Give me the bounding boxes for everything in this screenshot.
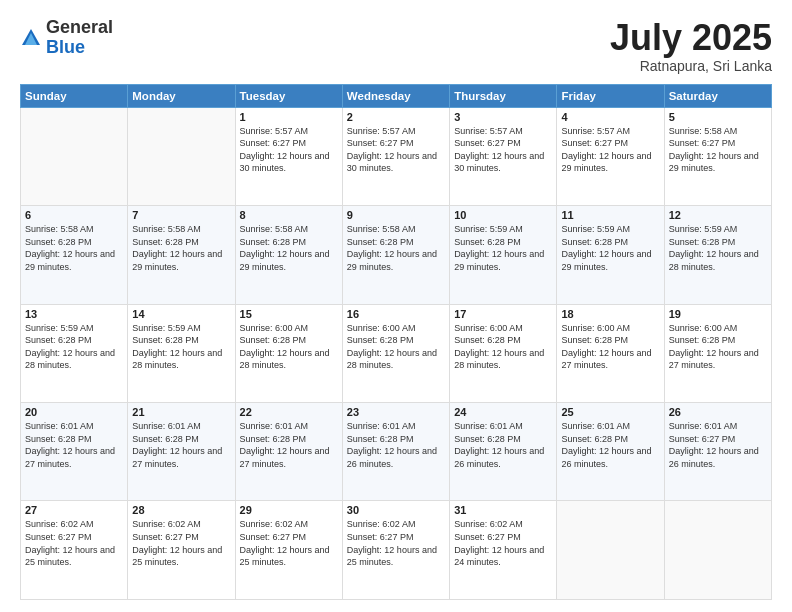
calendar-cell: 30Sunrise: 6:02 AM Sunset: 6:27 PM Dayli… [342,501,449,600]
title-block: July 2025 Ratnapura, Sri Lanka [610,18,772,74]
calendar-cell: 5Sunrise: 5:58 AM Sunset: 6:27 PM Daylig… [664,107,771,205]
day-info: Sunrise: 5:57 AM Sunset: 6:27 PM Dayligh… [454,125,552,175]
day-info: Sunrise: 6:01 AM Sunset: 6:28 PM Dayligh… [25,420,123,470]
day-number: 7 [132,209,230,221]
day-info: Sunrise: 5:58 AM Sunset: 6:27 PM Dayligh… [669,125,767,175]
calendar: SundayMondayTuesdayWednesdayThursdayFrid… [20,84,772,600]
calendar-cell: 26Sunrise: 6:01 AM Sunset: 6:27 PM Dayli… [664,403,771,501]
day-number: 19 [669,308,767,320]
calendar-cell: 11Sunrise: 5:59 AM Sunset: 6:28 PM Dayli… [557,206,664,304]
logo-text: General Blue [46,18,113,58]
calendar-cell: 13Sunrise: 5:59 AM Sunset: 6:28 PM Dayli… [21,304,128,402]
day-number: 28 [132,504,230,516]
day-info: Sunrise: 6:00 AM Sunset: 6:28 PM Dayligh… [669,322,767,372]
day-info: Sunrise: 6:00 AM Sunset: 6:28 PM Dayligh… [347,322,445,372]
day-info: Sunrise: 5:59 AM Sunset: 6:28 PM Dayligh… [132,322,230,372]
day-info: Sunrise: 6:02 AM Sunset: 6:27 PM Dayligh… [240,518,338,568]
day-number: 24 [454,406,552,418]
day-number: 10 [454,209,552,221]
calendar-cell: 14Sunrise: 5:59 AM Sunset: 6:28 PM Dayli… [128,304,235,402]
day-info: Sunrise: 6:00 AM Sunset: 6:28 PM Dayligh… [561,322,659,372]
calendar-day-header: Thursday [450,84,557,107]
calendar-cell: 7Sunrise: 5:58 AM Sunset: 6:28 PM Daylig… [128,206,235,304]
day-info: Sunrise: 6:02 AM Sunset: 6:27 PM Dayligh… [454,518,552,568]
day-number: 27 [25,504,123,516]
day-number: 11 [561,209,659,221]
day-number: 25 [561,406,659,418]
calendar-cell: 16Sunrise: 6:00 AM Sunset: 6:28 PM Dayli… [342,304,449,402]
calendar-week-row: 27Sunrise: 6:02 AM Sunset: 6:27 PM Dayli… [21,501,772,600]
day-info: Sunrise: 6:00 AM Sunset: 6:28 PM Dayligh… [240,322,338,372]
calendar-cell: 8Sunrise: 5:58 AM Sunset: 6:28 PM Daylig… [235,206,342,304]
day-number: 16 [347,308,445,320]
day-number: 12 [669,209,767,221]
calendar-cell: 23Sunrise: 6:01 AM Sunset: 6:28 PM Dayli… [342,403,449,501]
calendar-cell [664,501,771,600]
calendar-header-row: SundayMondayTuesdayWednesdayThursdayFrid… [21,84,772,107]
calendar-day-header: Monday [128,84,235,107]
day-info: Sunrise: 6:01 AM Sunset: 6:28 PM Dayligh… [561,420,659,470]
day-number: 26 [669,406,767,418]
day-info: Sunrise: 5:58 AM Sunset: 6:28 PM Dayligh… [240,223,338,273]
header: General Blue July 2025 Ratnapura, Sri La… [20,18,772,74]
day-number: 8 [240,209,338,221]
calendar-cell: 31Sunrise: 6:02 AM Sunset: 6:27 PM Dayli… [450,501,557,600]
calendar-cell: 21Sunrise: 6:01 AM Sunset: 6:28 PM Dayli… [128,403,235,501]
calendar-cell: 9Sunrise: 5:58 AM Sunset: 6:28 PM Daylig… [342,206,449,304]
day-info: Sunrise: 6:02 AM Sunset: 6:27 PM Dayligh… [132,518,230,568]
calendar-cell: 17Sunrise: 6:00 AM Sunset: 6:28 PM Dayli… [450,304,557,402]
calendar-cell: 4Sunrise: 5:57 AM Sunset: 6:27 PM Daylig… [557,107,664,205]
day-info: Sunrise: 5:59 AM Sunset: 6:28 PM Dayligh… [669,223,767,273]
day-number: 14 [132,308,230,320]
day-number: 2 [347,111,445,123]
calendar-cell: 3Sunrise: 5:57 AM Sunset: 6:27 PM Daylig… [450,107,557,205]
day-number: 23 [347,406,445,418]
logo: General Blue [20,18,113,58]
logo-general: General [46,18,113,38]
calendar-week-row: 1Sunrise: 5:57 AM Sunset: 6:27 PM Daylig… [21,107,772,205]
day-info: Sunrise: 5:58 AM Sunset: 6:28 PM Dayligh… [25,223,123,273]
calendar-cell: 27Sunrise: 6:02 AM Sunset: 6:27 PM Dayli… [21,501,128,600]
calendar-cell: 1Sunrise: 5:57 AM Sunset: 6:27 PM Daylig… [235,107,342,205]
calendar-cell [21,107,128,205]
calendar-cell [557,501,664,600]
location-subtitle: Ratnapura, Sri Lanka [610,58,772,74]
logo-icon [20,27,42,49]
day-info: Sunrise: 6:01 AM Sunset: 6:28 PM Dayligh… [240,420,338,470]
day-info: Sunrise: 6:01 AM Sunset: 6:28 PM Dayligh… [347,420,445,470]
day-number: 15 [240,308,338,320]
calendar-cell: 12Sunrise: 5:59 AM Sunset: 6:28 PM Dayli… [664,206,771,304]
calendar-cell: 25Sunrise: 6:01 AM Sunset: 6:28 PM Dayli… [557,403,664,501]
day-info: Sunrise: 6:02 AM Sunset: 6:27 PM Dayligh… [25,518,123,568]
day-info: Sunrise: 5:58 AM Sunset: 6:28 PM Dayligh… [132,223,230,273]
calendar-week-row: 20Sunrise: 6:01 AM Sunset: 6:28 PM Dayli… [21,403,772,501]
logo-blue: Blue [46,38,113,58]
day-number: 3 [454,111,552,123]
day-info: Sunrise: 5:57 AM Sunset: 6:27 PM Dayligh… [561,125,659,175]
day-number: 5 [669,111,767,123]
calendar-day-header: Friday [557,84,664,107]
month-title: July 2025 [610,18,772,58]
day-number: 4 [561,111,659,123]
calendar-week-row: 13Sunrise: 5:59 AM Sunset: 6:28 PM Dayli… [21,304,772,402]
day-info: Sunrise: 5:59 AM Sunset: 6:28 PM Dayligh… [561,223,659,273]
calendar-cell: 18Sunrise: 6:00 AM Sunset: 6:28 PM Dayli… [557,304,664,402]
calendar-cell: 20Sunrise: 6:01 AM Sunset: 6:28 PM Dayli… [21,403,128,501]
day-number: 17 [454,308,552,320]
calendar-week-row: 6Sunrise: 5:58 AM Sunset: 6:28 PM Daylig… [21,206,772,304]
calendar-cell [128,107,235,205]
day-info: Sunrise: 6:02 AM Sunset: 6:27 PM Dayligh… [347,518,445,568]
day-info: Sunrise: 5:58 AM Sunset: 6:28 PM Dayligh… [347,223,445,273]
calendar-cell: 22Sunrise: 6:01 AM Sunset: 6:28 PM Dayli… [235,403,342,501]
calendar-cell: 24Sunrise: 6:01 AM Sunset: 6:28 PM Dayli… [450,403,557,501]
day-info: Sunrise: 6:01 AM Sunset: 6:28 PM Dayligh… [132,420,230,470]
day-number: 18 [561,308,659,320]
calendar-cell: 28Sunrise: 6:02 AM Sunset: 6:27 PM Dayli… [128,501,235,600]
day-number: 13 [25,308,123,320]
calendar-day-header: Wednesday [342,84,449,107]
day-number: 31 [454,504,552,516]
calendar-cell: 29Sunrise: 6:02 AM Sunset: 6:27 PM Dayli… [235,501,342,600]
day-number: 22 [240,406,338,418]
calendar-cell: 2Sunrise: 5:57 AM Sunset: 6:27 PM Daylig… [342,107,449,205]
day-info: Sunrise: 5:59 AM Sunset: 6:28 PM Dayligh… [454,223,552,273]
